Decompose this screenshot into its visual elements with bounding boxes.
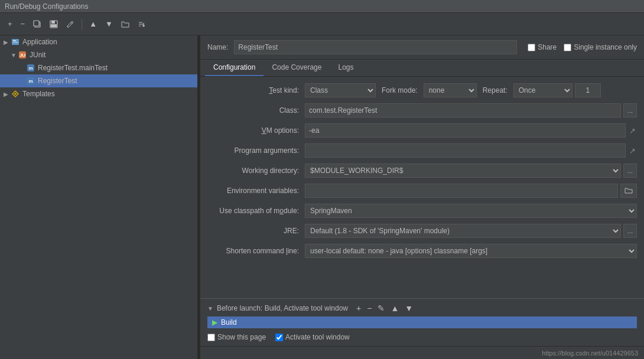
classpath-module-select[interactable]: SpringMaven [305,204,637,218]
fork-mode-select[interactable]: none method class [424,83,477,97]
sidebar-item-junit[interactable]: ▼ JU JUnit [0,48,197,61]
sort-button[interactable] [135,18,149,30]
test-kind-label: Test kind: [207,86,305,94]
program-args-label: Program arguments: [207,146,305,155]
name-input[interactable] [234,40,517,54]
shorten-cmd-row: Shorten command line: user-local default… [207,243,637,259]
working-dir-row: Working directory: $MODULE_WORKING_DIR$ … [207,163,637,178]
env-vars-input[interactable] [305,184,618,198]
svg-text:m: m [28,66,32,71]
program-args-input[interactable] [305,143,626,158]
single-instance-checkbox-label[interactable]: Single instance only [564,43,637,51]
test-main-icon: m [26,63,35,73]
activate-tool-checkbox[interactable] [275,334,283,341]
share-area: Share Single instance only [528,43,637,51]
svg-rect-3 [51,21,55,24]
shorten-cmd-select[interactable]: user-local default: none - java [options… [305,244,637,258]
show-page-checkbox[interactable] [207,334,215,341]
before-launch-arrow: ▼ [207,305,213,312]
build-row: ▶ Build [207,316,637,328]
repeat-label: Repeat: [483,86,508,94]
before-launch-edit-button[interactable]: ✎ [375,303,387,313]
sidebar-item-templates[interactable]: ▶ Templates [0,87,197,100]
up-button[interactable]: ▲ [86,18,100,30]
tab-logs[interactable]: Logs [330,60,362,76]
classpath-label: Use classpath of module: [207,207,305,215]
sidebar-item-registertest[interactable]: ▶ m RegisterTest [0,74,197,87]
svg-point-14 [14,93,17,95]
show-page-checkbox-label[interactable]: Show this page [207,333,266,341]
env-vars-row: Environment variables: [207,183,637,198]
sidebar-item-application-label: Application [22,38,57,46]
share-checkbox[interactable] [528,44,535,51]
sidebar-item-testmain[interactable]: ▶ m RegisterTest.mainTest [0,61,197,74]
sidebar-item-templates-label: Templates [22,90,55,98]
jre-browse-button[interactable]: ... [623,224,637,238]
before-launch-toolbar: + − ✎ ▲ ▼ [354,303,415,313]
working-dir-control: $MODULE_WORKING_DIR$ ... [305,164,637,178]
show-page-label: Show this page [217,333,266,341]
before-launch-add-button[interactable]: + [354,303,363,313]
class-row: Class: ... [207,103,637,118]
vm-options-control: ↗ [305,123,637,138]
svg-text:m: m [28,79,32,84]
repeat-select[interactable]: Once N Times Until Failure [513,83,573,97]
jre-control: Default (1.8 - SDK of 'SpringMaven' modu… [305,224,637,238]
save-button[interactable] [47,18,61,30]
program-args-expand-button[interactable]: ↗ [628,143,637,158]
single-instance-checkbox[interactable] [564,44,571,51]
tab-code-coverage[interactable]: Code Coverage [264,60,330,76]
vm-options-label: VM options: [207,126,305,135]
before-launch-down-button[interactable]: ▼ [402,303,415,313]
edit-button[interactable] [63,18,77,30]
activate-tool-label: Activate tool window [285,333,350,341]
jre-label: JRE: [207,227,305,235]
before-launch-title: Before launch: Build, Activate tool wind… [217,304,348,312]
build-label: Build [221,318,237,327]
templates-arrow-icon: ▶ [4,91,11,97]
sidebar-item-registertest-label: RegisterTest [38,77,77,85]
vm-options-input[interactable] [305,123,626,138]
toolbar: + − ▲ ▼ [0,13,644,35]
class-input[interactable] [305,103,621,118]
remove-button[interactable]: − [18,18,28,30]
svg-rect-6 [13,40,16,41]
class-label: Class: [207,106,305,115]
fork-mode-label: Fork mode: [382,86,418,94]
classpath-control: SpringMaven [305,204,637,218]
status-bar: https://blog.csdn.net/u014429653 [200,346,644,359]
templates-icon [11,89,20,99]
vm-options-expand-button[interactable]: ↗ [628,123,637,138]
share-label: Share [538,43,557,51]
sidebar-item-application[interactable]: ▶ Application [0,35,197,48]
config-panel: Test kind: Class Method Pattern Category… [200,77,644,298]
share-checkbox-label[interactable]: Share [528,43,557,51]
copy-button[interactable] [30,18,44,30]
down-button[interactable]: ▼ [102,18,116,30]
tab-configuration[interactable]: Configuration [205,60,264,76]
classpath-row: Use classpath of module: SpringMaven [207,203,637,218]
before-launch-remove-button[interactable]: − [365,303,374,313]
env-vars-control [305,184,637,198]
activate-tool-checkbox-label[interactable]: Activate tool window [275,333,350,341]
add-button[interactable]: + [5,18,15,30]
test-kind-select[interactable]: Class Method Pattern Category [305,83,376,97]
env-vars-folder-button[interactable] [620,184,637,198]
working-dir-browse-button[interactable]: ... [623,164,637,178]
title-bar-text: Run/Debug Configurations [5,2,88,11]
sidebar: ▶ Application ▼ JU [0,35,198,359]
footer-checkboxes: Show this page Activate tool window [207,331,637,344]
junit-icon: JU [18,50,27,60]
class-browse-button[interactable]: ... [623,103,637,118]
repeat-count-input[interactable] [575,83,601,97]
name-label: Name: [207,43,228,51]
vm-options-row: VM options: ↗ [207,123,637,138]
before-launch-up-button[interactable]: ▲ [388,303,401,313]
single-instance-label: Single instance only [574,43,637,51]
junit-arrow-icon: ▼ [11,52,18,58]
folder-button[interactable] [118,18,132,30]
svg-rect-7 [13,42,18,43]
jre-select[interactable]: Default (1.8 - SDK of 'SpringMaven' modu… [305,224,621,238]
shorten-cmd-control: user-local default: none - java [options… [305,244,637,258]
working-dir-select[interactable]: $MODULE_WORKING_DIR$ [305,164,621,178]
